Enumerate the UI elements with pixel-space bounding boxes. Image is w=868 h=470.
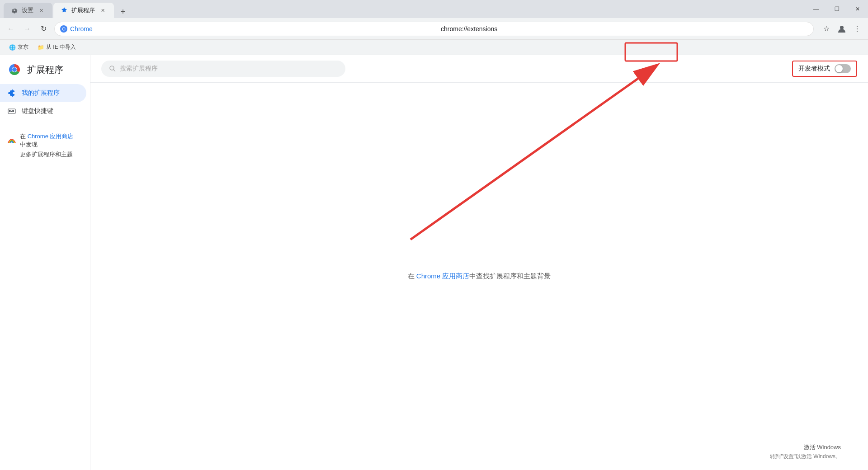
close-button[interactable]: ✕ xyxy=(847,0,868,18)
jd-icon: 🌐 xyxy=(9,44,16,51)
nav-right-buttons: ☆ ⋮ xyxy=(819,22,864,36)
empty-state-link[interactable]: Chrome 应用商店 xyxy=(416,272,470,280)
svg-rect-11 xyxy=(9,111,10,112)
search-bar[interactable]: 搜索扩展程序 xyxy=(101,61,345,77)
forward-button[interactable]: → xyxy=(20,22,34,36)
chrome-logo-icon xyxy=(7,62,22,77)
content-top-bar: 搜索扩展程序 开发者模式 xyxy=(90,55,868,83)
svg-rect-9 xyxy=(12,110,13,111)
svg-rect-12 xyxy=(10,111,13,112)
bookmark-jd[interactable]: 🌐 京东 xyxy=(5,42,32,53)
watermark-line1: 激活 Windows xyxy=(770,443,841,452)
folder-icon: 📁 xyxy=(38,44,44,51)
dev-mode-toggle[interactable] xyxy=(835,64,851,73)
search-placeholder: 搜索扩展程序 xyxy=(120,65,158,73)
bookmark-jd-label: 京东 xyxy=(18,43,28,51)
bookmark-ie-import[interactable]: 📁 从 IE 中导入 xyxy=(34,42,80,53)
tab-settings-label: 设置 xyxy=(22,6,33,14)
maximize-button[interactable]: ❐ xyxy=(826,0,847,18)
menu-button[interactable]: ⋮ xyxy=(850,22,864,36)
address-bar-chrome-icon xyxy=(60,25,67,33)
tab-extensions-label: 扩展程序 xyxy=(71,6,95,14)
title-bar: 设置 ✕ 扩展程序 ✕ + — ❐ ✕ xyxy=(0,0,868,18)
sidebar-item-my-extensions[interactable]: 我的扩展程序 xyxy=(0,84,86,102)
sidebar: 扩展程序 我的扩展程序 xyxy=(0,55,90,470)
address-bar[interactable]: Chrome chrome://extensions xyxy=(54,22,814,36)
back-button[interactable]: ← xyxy=(4,22,18,36)
address-url: chrome://extensions xyxy=(441,25,808,33)
extension-icon xyxy=(7,89,16,98)
tab-extensions-close[interactable]: ✕ xyxy=(99,6,107,14)
keyboard-icon xyxy=(7,107,16,116)
address-chrome-label: Chrome xyxy=(70,25,437,33)
tab-settings-close[interactable]: ✕ xyxy=(37,6,45,14)
sidebar-item-keyboard-shortcuts-label: 键盘快捷键 xyxy=(22,107,53,115)
new-tab-button[interactable]: + xyxy=(117,5,129,18)
chrome-store-link-text: 在 Chrome 应用商店 中发现 xyxy=(20,132,79,149)
watermark: 激活 Windows 转到"设置"以激活 Windows。 xyxy=(770,443,841,461)
watermark-line2: 转到"设置"以激活 Windows。 xyxy=(770,452,841,461)
sidebar-item-my-extensions-label: 我的扩展程序 xyxy=(22,89,60,97)
svg-rect-10 xyxy=(13,110,14,111)
minimize-button[interactable]: — xyxy=(806,0,826,18)
dev-mode-container: 开发者模式 xyxy=(792,61,857,77)
favorite-button[interactable]: ☆ xyxy=(819,22,834,36)
bookmark-ie-label: 从 IE 中导入 xyxy=(46,43,76,51)
svg-line-15 xyxy=(113,70,115,71)
svg-rect-8 xyxy=(10,110,11,111)
sidebar-header: 扩展程序 xyxy=(0,62,90,84)
content-main: 在 Chrome 应用商店中查找扩展程序和主题背景 xyxy=(90,83,868,470)
dev-mode-label: 开发者模式 xyxy=(798,65,830,73)
content-area: 搜索扩展程序 开发者模式 在 Chrome 应用商店中查找扩展程序和主题背景 xyxy=(90,55,868,470)
chrome-store-sub-text: 更多扩展程序和主题 xyxy=(7,150,73,159)
svg-rect-7 xyxy=(9,110,10,111)
window-controls: — ❐ ✕ xyxy=(806,0,868,18)
svg-point-5 xyxy=(12,67,17,72)
profile-button[interactable] xyxy=(835,22,849,36)
svg-point-1 xyxy=(63,28,65,30)
settings-favicon xyxy=(11,7,18,14)
svg-point-2 xyxy=(840,26,844,29)
chrome-store-icon xyxy=(7,136,16,146)
svg-point-14 xyxy=(110,66,114,70)
sidebar-item-keyboard-shortcuts[interactable]: 键盘快捷键 xyxy=(0,102,86,120)
refresh-button[interactable]: ↻ xyxy=(36,22,51,36)
empty-state-text: 在 Chrome 应用商店中查找扩展程序和主题背景 xyxy=(408,272,551,281)
navigation-bar: ← → ↻ Chrome chrome://extensions ☆ xyxy=(0,18,868,40)
main-layout: 扩展程序 我的扩展程序 xyxy=(0,55,868,470)
svg-rect-13 xyxy=(13,111,14,112)
sidebar-divider xyxy=(0,124,90,124)
search-icon xyxy=(109,65,116,72)
extensions-favicon xyxy=(61,7,68,14)
sidebar-title: 扩展程序 xyxy=(27,64,63,76)
tab-settings[interactable]: 设置 ✕ xyxy=(4,3,52,18)
tab-extensions[interactable]: 扩展程序 ✕ xyxy=(53,3,114,18)
bookmarks-bar: 🌐 京东 📁 从 IE 中导入 xyxy=(0,40,868,55)
chrome-store-link[interactable]: Chrome 应用商店 xyxy=(28,133,74,140)
sidebar-item-chrome-store[interactable]: 在 Chrome 应用商店 中发现 更多扩展程序和主题 xyxy=(0,128,86,163)
